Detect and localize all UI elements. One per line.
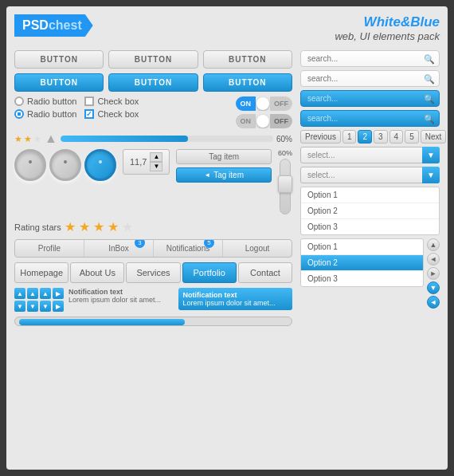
tag-item-1[interactable]: Tag item [176, 149, 272, 164]
dropdown-1-option-2[interactable]: Option 2 [301, 203, 439, 219]
page-4[interactable]: 4 [389, 130, 404, 144]
checkbox-1[interactable]: Check box [84, 96, 139, 106]
num-down[interactable]: ▼ [150, 162, 162, 171]
side-arr-right[interactable]: ► [427, 267, 440, 280]
tag-item-2[interactable]: ◄ Tag item [176, 167, 272, 183]
toggle-on-label: ON [236, 96, 256, 111]
horizontal-scrollbar[interactable] [14, 317, 292, 326]
progress-minus[interactable]: ▲ [45, 132, 57, 146]
radio-dot-1 [14, 96, 24, 106]
v-slider-thumb [278, 175, 292, 193]
small-star-2: ★ [24, 134, 32, 144]
button-gray-2[interactable]: BUTTON [108, 50, 198, 69]
toggle-off-label-1: OFF [270, 96, 292, 111]
side-arr-left-blue[interactable]: ◄ [427, 296, 440, 309]
arrow-down[interactable]: ▼ [27, 301, 38, 312]
search-input-3[interactable] [300, 90, 440, 107]
page-1[interactable]: 1 [342, 130, 357, 144]
arrow-up-right[interactable]: ▲ [40, 288, 51, 299]
rating-star-4[interactable]: ★ [108, 219, 119, 234]
small-star-3: ★ [33, 134, 41, 144]
select-1[interactable]: select... [300, 147, 440, 163]
dropdown-list-1: Option 1 Option 2 Option 3 [300, 187, 440, 235]
pct-top: 60% [278, 149, 292, 157]
tab-profile[interactable]: Profile [15, 240, 84, 257]
search-wrap-4: 🔍 [300, 110, 440, 127]
button-blue-1[interactable]: BUTTON [14, 73, 104, 92]
nav-about[interactable]: About Us [70, 262, 124, 283]
rating-star-1[interactable]: ★ [65, 219, 76, 234]
arrow-right-bottom[interactable]: ▶ [53, 301, 64, 312]
select-2[interactable]: select... [300, 167, 440, 183]
brand-subtitle: web, UI elements pack [335, 30, 440, 42]
option-item-2[interactable]: Option 2 [301, 255, 423, 271]
search-input-1[interactable] [300, 50, 440, 67]
side-arr-up[interactable]: ▲ [427, 238, 440, 251]
arrow-up[interactable]: ▲ [27, 288, 38, 299]
option-list-bottom: Option 1 Option 2 Option 3 [300, 238, 424, 287]
button-blue-2[interactable]: BUTTON [108, 73, 198, 92]
notif-title-1: Notification text [68, 288, 174, 296]
checkbox-box-2: ✓ [84, 109, 94, 119]
toggle-knob-1 [256, 97, 269, 110]
vertical-slider[interactable] [280, 159, 291, 214]
arrow-up-left[interactable]: ▲ [14, 288, 25, 299]
nav-contact[interactable]: Contact [238, 262, 292, 283]
button-gray-3[interactable]: BUTTON [203, 50, 292, 69]
page-prev[interactable]: Previous [300, 130, 341, 144]
notification-row: ▲ ▲ ▲ ▶ ▼ ▼ ▼ ▶ Notification text Lorem … [14, 288, 292, 312]
knob-indicator-3 [99, 160, 102, 163]
dropdown-1-option-1[interactable]: Option 1 [301, 187, 439, 203]
rating-star-3[interactable]: ★ [93, 219, 104, 234]
checkbox-label-2: Check box [97, 109, 139, 119]
progress-bar[interactable] [61, 136, 273, 142]
volume-knob-1[interactable] [14, 149, 46, 181]
page-2[interactable]: 2 [358, 130, 372, 144]
num-value: 11,7 [130, 157, 147, 167]
volume-knob-3[interactable] [84, 149, 116, 181]
select-wrap-1: select... ▼ [300, 147, 440, 163]
radio-2[interactable]: Radio button [14, 109, 76, 119]
page-3[interactable]: 3 [374, 130, 388, 144]
tab-logout[interactable]: Logout [223, 240, 292, 257]
tab-bar: Profile InBox 3 Notifications 5 Logout [14, 239, 292, 258]
tab-notifications[interactable]: Notifications 5 [154, 240, 223, 257]
dropdown-1-option-3[interactable]: Option 3 [301, 219, 439, 234]
radio-1[interactable]: Radio button [14, 96, 76, 106]
nav-portfolio[interactable]: Portfolio [182, 262, 237, 283]
rating-star-5[interactable]: ★ [122, 219, 133, 234]
nav-services[interactable]: Services [126, 262, 180, 283]
toggle-on[interactable]: ON OFF [236, 96, 293, 111]
search-input-4[interactable] [300, 110, 440, 127]
option-item-1[interactable]: Option 1 [301, 239, 423, 255]
search-wrap-2: 🔍 [300, 70, 440, 87]
num-up[interactable]: ▲ [150, 152, 162, 162]
arrow-down-right[interactable]: ▼ [40, 301, 51, 312]
side-arrow-group: ▲ ◄ ► ▼ ◄ [427, 238, 440, 309]
checkbox-box-1 [84, 96, 94, 106]
rating-star-2[interactable]: ★ [79, 219, 90, 234]
option-item-3[interactable]: Option 3 [301, 271, 423, 286]
side-arr-down[interactable]: ▼ [427, 281, 440, 294]
progress-fill [61, 136, 188, 142]
arrow-right-top[interactable]: ▶ [53, 288, 64, 299]
radio-dot-2 [14, 109, 24, 119]
small-star-1: ★ [14, 134, 22, 144]
button-blue-3[interactable]: BUTTON [203, 73, 292, 92]
checkbox-2[interactable]: ✓ Check box [84, 109, 139, 119]
tab-inbox[interactable]: InBox 3 [84, 240, 154, 257]
search-icon-1: 🔍 [424, 53, 435, 64]
arrow-down-left[interactable]: ▼ [14, 301, 25, 312]
nav-bar: Homepage About Us Services Portfolio Con… [14, 262, 292, 283]
page-5[interactable]: 5 [405, 130, 419, 144]
pagination: Previous 1 2 3 4 5 Next [300, 130, 440, 144]
search-input-2[interactable] [300, 70, 440, 87]
radio-row-1: Radio button Check box [14, 96, 229, 106]
volume-knob-2[interactable] [49, 149, 81, 181]
button-gray-1[interactable]: BUTTON [14, 50, 104, 69]
side-arr-left[interactable]: ◄ [427, 253, 440, 266]
notif-text-blue: Notification text Lorem ipsum dolor sit … [178, 288, 293, 310]
toggle-off[interactable]: ON OFF [236, 114, 293, 128]
page-next[interactable]: Next [421, 130, 447, 144]
nav-homepage[interactable]: Homepage [14, 262, 68, 283]
